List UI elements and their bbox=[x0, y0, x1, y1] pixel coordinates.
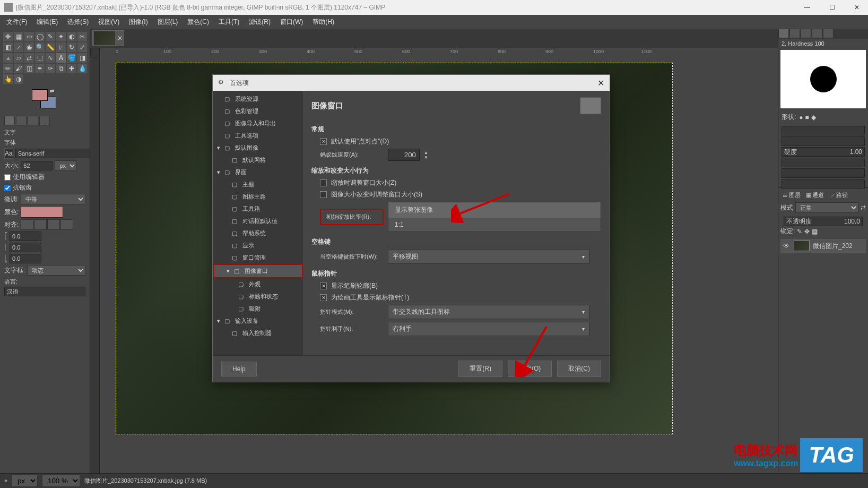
mode-arrows-icon[interactable]: ⇄ bbox=[861, 204, 866, 211]
menu-file[interactable]: 文件(F) bbox=[2, 15, 31, 29]
menu-select[interactable]: 选择(S) bbox=[63, 15, 93, 29]
status-unit-select[interactable]: px bbox=[12, 475, 38, 487]
menu-help[interactable]: 帮助(H) bbox=[308, 15, 338, 29]
textdir-select[interactable]: 动态 bbox=[27, 265, 85, 276]
shape-diamond-icon[interactable]: ◆ bbox=[811, 114, 816, 121]
tool-shear[interactable]: ⟁ bbox=[3, 53, 13, 63]
tool-flip[interactable]: ⇄ bbox=[24, 53, 34, 63]
aspect-slider[interactable] bbox=[778, 156, 868, 166]
angle-slider[interactable] bbox=[778, 166, 868, 177]
paths-tab[interactable]: ⟋ 路径 bbox=[827, 190, 850, 200]
spikes-slider[interactable] bbox=[778, 134, 868, 145]
tool-ink[interactable]: ✑ bbox=[46, 64, 55, 73]
image-tab[interactable]: ✕ bbox=[92, 30, 124, 46]
tool-clone[interactable]: ⧉ bbox=[56, 64, 66, 73]
tool-measure[interactable]: 📏 bbox=[46, 42, 55, 52]
tool-text[interactable]: A bbox=[56, 53, 66, 63]
undo-history-tab[interactable] bbox=[28, 116, 38, 125]
menu-edit[interactable]: 编辑(E) bbox=[32, 15, 62, 29]
tool-heal[interactable]: ✚ bbox=[67, 64, 76, 73]
layer-name[interactable]: 微信图片_202 bbox=[813, 242, 853, 251]
font-input[interactable] bbox=[15, 149, 90, 158]
use-editor-checkbox[interactable] bbox=[4, 174, 11, 181]
help-button[interactable]: Help bbox=[221, 362, 257, 376]
pointer-mode-combo[interactable]: 带交叉线的工具图标▾ bbox=[388, 305, 589, 319]
tree-item-图像窗口[interactable]: ▾▢图像窗口 bbox=[213, 264, 303, 278]
tree-item-系统资源[interactable]: ▢系统资源 bbox=[213, 93, 303, 105]
tree-item-主题[interactable]: ▢主题 bbox=[213, 178, 303, 191]
size-unit[interactable]: px bbox=[55, 160, 77, 171]
radius-slider[interactable] bbox=[778, 124, 868, 134]
dot-for-dot-checkbox[interactable] bbox=[320, 138, 327, 145]
tree-item-窗口管理[interactable]: ▢窗口管理 bbox=[213, 252, 303, 264]
tool-warp[interactable]: ∿ bbox=[46, 53, 55, 63]
dialog-titlebar[interactable]: ⚙ 首选项 ✕ bbox=[213, 75, 610, 91]
tree-item-对话框默认值[interactable]: ▢对话框默认值 bbox=[213, 215, 303, 227]
maximize-button[interactable]: ☐ bbox=[825, 4, 839, 11]
menu-view[interactable]: 视图(V) bbox=[94, 15, 124, 29]
ant-speed-input[interactable] bbox=[388, 149, 420, 161]
size-resize-checkbox[interactable] bbox=[320, 191, 327, 198]
tool-cage[interactable]: ⬚ bbox=[35, 53, 45, 63]
tool-dodge[interactable]: ◑ bbox=[14, 74, 23, 84]
dropdown-item-fit[interactable]: 显示整张图像 bbox=[388, 202, 601, 218]
zoom-resize-checkbox[interactable] bbox=[320, 179, 327, 186]
size-input[interactable] bbox=[21, 161, 53, 170]
hinting-select[interactable]: 中等 bbox=[21, 194, 85, 204]
device-status-tab[interactable] bbox=[16, 116, 27, 125]
cancel-button[interactable]: 取消(C) bbox=[557, 361, 601, 377]
tree-item-外观[interactable]: ▢外观 bbox=[213, 278, 303, 290]
shape-circle-icon[interactable]: ● bbox=[799, 114, 803, 121]
tree-item-输入设备[interactable]: ▾▢输入设备 bbox=[213, 315, 303, 327]
dialog-close-button[interactable]: ✕ bbox=[597, 78, 604, 88]
tool-paintbrush[interactable]: 🖌 bbox=[14, 64, 23, 73]
tree-item-工具选项[interactable]: ▢工具选项 bbox=[213, 130, 303, 142]
spinner-down[interactable]: ▼ bbox=[424, 155, 428, 160]
image-tab-close[interactable]: ✕ bbox=[117, 35, 123, 42]
tree-item-吸附[interactable]: ▢吸附 bbox=[213, 303, 303, 315]
menu-image[interactable]: 图像(I) bbox=[125, 15, 152, 29]
ok-button[interactable]: 确定(O) bbox=[508, 361, 552, 377]
dropdown-item-1to1[interactable]: 1:1 bbox=[388, 218, 601, 232]
tree-item-工具箱[interactable]: ▢工具箱 bbox=[213, 203, 303, 215]
tool-bucket[interactable]: 🪣 bbox=[67, 53, 76, 63]
history-tab[interactable] bbox=[812, 29, 822, 38]
layer-item[interactable]: 👁 微信图片_202 bbox=[780, 239, 866, 253]
text-color-swatch[interactable] bbox=[21, 206, 63, 218]
brush-preview[interactable] bbox=[780, 50, 866, 108]
tool-pencil[interactable]: ✏ bbox=[3, 64, 13, 73]
font-icon[interactable]: Aa bbox=[4, 148, 13, 159]
tree-item-标题和状态[interactable]: ▢标题和状态 bbox=[213, 290, 303, 303]
images-tab[interactable] bbox=[39, 116, 50, 125]
pencil-tab[interactable] bbox=[823, 29, 834, 38]
tool-paths[interactable]: ⟋ bbox=[14, 42, 23, 52]
visibility-icon[interactable]: 👁 bbox=[782, 242, 791, 250]
patterns-tab[interactable] bbox=[789, 29, 800, 38]
opacity-slider[interactable]: 不透明度 100.0 bbox=[780, 215, 866, 225]
lock-pixels-icon[interactable]: ✎ bbox=[797, 228, 802, 235]
foreground-color[interactable] bbox=[32, 89, 48, 101]
tool-scissors[interactable]: ✂ bbox=[77, 32, 87, 41]
tool-rect-select[interactable]: ▭ bbox=[24, 32, 34, 41]
tree-item-色彩管理[interactable]: ▢色彩管理 bbox=[213, 105, 303, 117]
initial-zoom-dropdown[interactable]: 显示整张图像 1:1 bbox=[388, 202, 601, 232]
brushes-tab[interactable] bbox=[778, 29, 789, 38]
status-zoom-select[interactable]: 100 % bbox=[42, 475, 80, 487]
reset-button[interactable]: 重置(R) bbox=[458, 361, 502, 377]
tree-item-显示[interactable]: ▢显示 bbox=[213, 239, 303, 252]
tree-item-帮助系统[interactable]: ▢帮助系统 bbox=[213, 227, 303, 239]
swap-colors-icon[interactable]: ⇄ bbox=[50, 88, 54, 94]
justify-center[interactable] bbox=[47, 219, 60, 230]
minimize-button[interactable]: — bbox=[800, 4, 814, 11]
tool-free-select[interactable]: ✎ bbox=[46, 32, 55, 41]
justify-left[interactable] bbox=[21, 219, 33, 230]
spacebar-combo[interactable]: 平移视图▾ bbox=[388, 250, 589, 264]
mode-select[interactable]: 正常 bbox=[795, 202, 858, 213]
tree-item-默认图像[interactable]: ▾▢默认图像 bbox=[213, 142, 303, 154]
hardness-slider[interactable]: 硬度 1.00 bbox=[778, 145, 868, 156]
antialias-checkbox[interactable] bbox=[4, 185, 11, 191]
spinner-up[interactable]: ▲ bbox=[424, 150, 428, 155]
tool-align[interactable]: ▦ bbox=[14, 32, 23, 41]
tree-item-图像导入和导出[interactable]: ▢图像导入和导出 bbox=[213, 117, 303, 130]
show-pointer-checkbox[interactable] bbox=[320, 294, 327, 301]
